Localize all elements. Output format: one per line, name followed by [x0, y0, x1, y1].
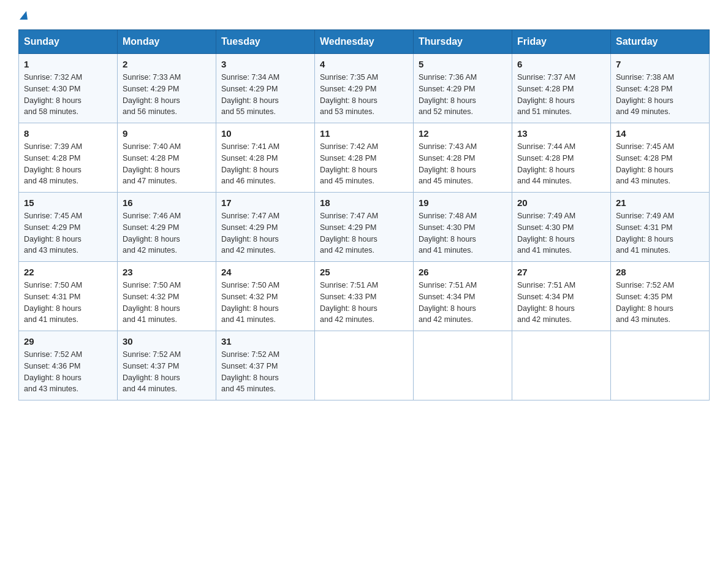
day-number: 18: [320, 197, 408, 208]
day-cell: 12Sunrise: 7:43 AMSunset: 4:28 PMDayligh…: [414, 123, 512, 193]
day-number: 24: [221, 267, 309, 277]
day-cell: 26Sunrise: 7:51 AMSunset: 4:34 PMDayligh…: [414, 262, 512, 331]
day-cell: 30Sunrise: 7:52 AMSunset: 4:37 PMDayligh…: [118, 331, 216, 400]
day-cell: 31Sunrise: 7:52 AMSunset: 4:37 PMDayligh…: [216, 331, 315, 400]
day-cell: 19Sunrise: 7:48 AMSunset: 4:30 PMDayligh…: [414, 193, 512, 262]
day-cell: 18Sunrise: 7:47 AMSunset: 4:29 PMDayligh…: [315, 193, 414, 262]
logo: [18, 12, 28, 18]
day-number: 22: [24, 267, 112, 277]
day-number: 25: [320, 267, 408, 277]
day-info: Sunrise: 7:44 AMSunset: 4:28 PMDaylight:…: [517, 141, 605, 187]
day-number: 14: [616, 128, 704, 139]
day-cell: 15Sunrise: 7:45 AMSunset: 4:29 PMDayligh…: [19, 193, 118, 262]
day-cell: 2Sunrise: 7:33 AMSunset: 4:29 PMDaylight…: [118, 54, 216, 123]
day-number: 31: [221, 336, 309, 347]
day-cell: 4Sunrise: 7:35 AMSunset: 4:29 PMDaylight…: [315, 54, 414, 123]
day-number: 23: [123, 267, 211, 277]
day-number: 19: [419, 197, 507, 208]
day-number: 20: [517, 197, 605, 208]
day-cell: 7Sunrise: 7:38 AMSunset: 4:28 PMDaylight…: [611, 54, 710, 123]
day-info: Sunrise: 7:51 AMSunset: 4:34 PMDaylight:…: [517, 280, 605, 326]
day-cell: 11Sunrise: 7:42 AMSunset: 4:28 PMDayligh…: [315, 123, 414, 193]
day-info: Sunrise: 7:51 AMSunset: 4:33 PMDaylight:…: [320, 280, 408, 326]
day-number: 11: [320, 128, 408, 139]
day-number: 21: [616, 197, 704, 208]
day-cell: 1Sunrise: 7:32 AMSunset: 4:30 PMDaylight…: [19, 54, 118, 123]
day-number: 8: [24, 128, 112, 139]
day-info: Sunrise: 7:52 AMSunset: 4:37 PMDaylight:…: [123, 349, 211, 395]
day-cell: 14Sunrise: 7:45 AMSunset: 4:28 PMDayligh…: [611, 123, 710, 193]
day-cell: 24Sunrise: 7:50 AMSunset: 4:32 PMDayligh…: [216, 262, 315, 331]
day-number: 12: [419, 128, 507, 139]
header-tuesday: Tuesday: [216, 30, 315, 54]
calendar-week-row: 22Sunrise: 7:50 AMSunset: 4:31 PMDayligh…: [19, 262, 710, 331]
day-info: Sunrise: 7:41 AMSunset: 4:28 PMDaylight:…: [221, 141, 309, 187]
day-info: Sunrise: 7:47 AMSunset: 4:29 PMDaylight:…: [221, 210, 309, 256]
day-cell: 20Sunrise: 7:49 AMSunset: 4:30 PMDayligh…: [512, 193, 611, 262]
day-info: Sunrise: 7:47 AMSunset: 4:29 PMDaylight:…: [320, 210, 408, 256]
day-number: 3: [221, 59, 309, 69]
day-number: 10: [221, 128, 309, 139]
day-info: Sunrise: 7:32 AMSunset: 4:30 PMDaylight:…: [24, 72, 112, 118]
page-header: [18, 12, 710, 18]
day-number: 7: [616, 59, 704, 69]
day-cell: 10Sunrise: 7:41 AMSunset: 4:28 PMDayligh…: [216, 123, 315, 193]
day-info: Sunrise: 7:49 AMSunset: 4:31 PMDaylight:…: [616, 210, 704, 256]
day-info: Sunrise: 7:52 AMSunset: 4:36 PMDaylight:…: [24, 349, 112, 395]
day-number: 17: [221, 197, 309, 208]
calendar-week-row: 15Sunrise: 7:45 AMSunset: 4:29 PMDayligh…: [19, 193, 710, 262]
day-number: 27: [517, 267, 605, 277]
day-info: Sunrise: 7:50 AMSunset: 4:32 PMDaylight:…: [221, 280, 309, 326]
empty-day-cell: [611, 331, 710, 400]
day-number: 15: [24, 197, 112, 208]
header-saturday: Saturday: [611, 30, 710, 54]
header-thursday: Thursday: [414, 30, 512, 54]
day-info: Sunrise: 7:52 AMSunset: 4:37 PMDaylight:…: [221, 349, 309, 395]
day-number: 1: [24, 59, 112, 69]
day-cell: 6Sunrise: 7:37 AMSunset: 4:28 PMDaylight…: [512, 54, 611, 123]
header-wednesday: Wednesday: [315, 30, 414, 54]
day-cell: 5Sunrise: 7:36 AMSunset: 4:29 PMDaylight…: [414, 54, 512, 123]
calendar-table: Sunday Monday Tuesday Wednesday Thursday…: [18, 29, 710, 400]
logo-triangle-icon: [20, 11, 28, 20]
day-number: 29: [24, 336, 112, 347]
header-monday: Monday: [118, 30, 216, 54]
header-friday: Friday: [512, 30, 611, 54]
day-info: Sunrise: 7:40 AMSunset: 4:28 PMDaylight:…: [123, 141, 211, 187]
day-info: Sunrise: 7:46 AMSunset: 4:29 PMDaylight:…: [123, 210, 211, 256]
day-cell: 25Sunrise: 7:51 AMSunset: 4:33 PMDayligh…: [315, 262, 414, 331]
day-cell: 28Sunrise: 7:52 AMSunset: 4:35 PMDayligh…: [611, 262, 710, 331]
day-info: Sunrise: 7:50 AMSunset: 4:32 PMDaylight:…: [123, 280, 211, 326]
day-info: Sunrise: 7:48 AMSunset: 4:30 PMDaylight:…: [419, 210, 507, 256]
day-number: 9: [123, 128, 211, 139]
day-info: Sunrise: 7:50 AMSunset: 4:31 PMDaylight:…: [24, 280, 112, 326]
header-sunday: Sunday: [19, 30, 118, 54]
day-cell: 8Sunrise: 7:39 AMSunset: 4:28 PMDaylight…: [19, 123, 118, 193]
day-cell: 22Sunrise: 7:50 AMSunset: 4:31 PMDayligh…: [19, 262, 118, 331]
day-number: 4: [320, 59, 408, 69]
day-number: 6: [517, 59, 605, 69]
day-cell: 27Sunrise: 7:51 AMSunset: 4:34 PMDayligh…: [512, 262, 611, 331]
day-info: Sunrise: 7:45 AMSunset: 4:28 PMDaylight:…: [616, 141, 704, 187]
day-info: Sunrise: 7:45 AMSunset: 4:29 PMDaylight:…: [24, 210, 112, 256]
day-cell: 16Sunrise: 7:46 AMSunset: 4:29 PMDayligh…: [118, 193, 216, 262]
weekday-header-row: Sunday Monday Tuesday Wednesday Thursday…: [19, 30, 710, 54]
day-cell: 29Sunrise: 7:52 AMSunset: 4:36 PMDayligh…: [19, 331, 118, 400]
day-cell: 3Sunrise: 7:34 AMSunset: 4:29 PMDaylight…: [216, 54, 315, 123]
empty-day-cell: [414, 331, 512, 400]
day-info: Sunrise: 7:35 AMSunset: 4:29 PMDaylight:…: [320, 72, 408, 118]
day-number: 26: [419, 267, 507, 277]
day-info: Sunrise: 7:37 AMSunset: 4:28 PMDaylight:…: [517, 72, 605, 118]
day-number: 13: [517, 128, 605, 139]
day-info: Sunrise: 7:38 AMSunset: 4:28 PMDaylight:…: [616, 72, 704, 118]
day-info: Sunrise: 7:33 AMSunset: 4:29 PMDaylight:…: [123, 72, 211, 118]
day-cell: 23Sunrise: 7:50 AMSunset: 4:32 PMDayligh…: [118, 262, 216, 331]
day-number: 16: [123, 197, 211, 208]
day-number: 28: [616, 267, 704, 277]
day-cell: 13Sunrise: 7:44 AMSunset: 4:28 PMDayligh…: [512, 123, 611, 193]
empty-day-cell: [512, 331, 611, 400]
calendar-week-row: 8Sunrise: 7:39 AMSunset: 4:28 PMDaylight…: [19, 123, 710, 193]
day-info: Sunrise: 7:43 AMSunset: 4:28 PMDaylight:…: [419, 141, 507, 187]
day-info: Sunrise: 7:42 AMSunset: 4:28 PMDaylight:…: [320, 141, 408, 187]
empty-day-cell: [315, 331, 414, 400]
